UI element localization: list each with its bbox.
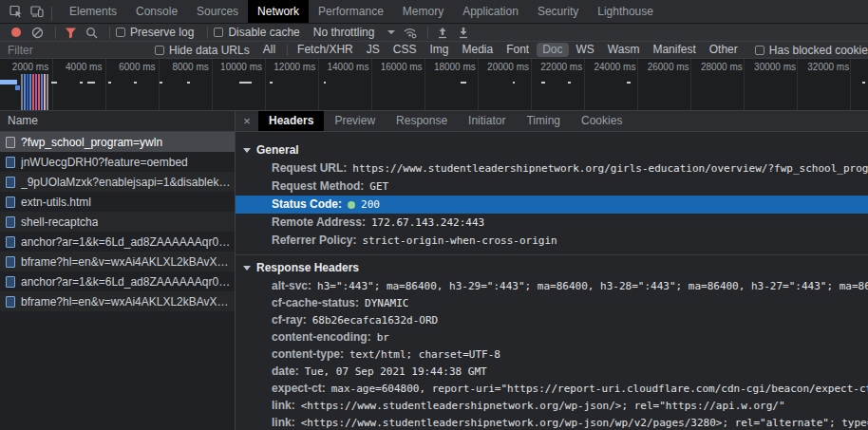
- request-row[interactable]: jnWUecgDRH0?feature=oembed: [0, 152, 235, 172]
- filter-pill-font[interactable]: Font: [500, 43, 535, 57]
- tab-elements[interactable]: Elements: [60, 0, 126, 23]
- record-button[interactable]: [8, 24, 25, 41]
- tab-performance[interactable]: Performance: [309, 0, 393, 23]
- request-row[interactable]: bframe?hl=en&v=wxAi4AKLXL2kBAvXqI4XLSWS&…: [0, 252, 235, 271]
- clear-button[interactable]: [28, 24, 46, 41]
- tab-network[interactable]: Network: [248, 0, 309, 23]
- filter-pill-ws[interactable]: WS: [571, 43, 600, 57]
- network-overview[interactable]: 2000 ms4000 ms6000 ms8000 ms10000 ms1200…: [0, 59, 868, 111]
- filter-toggle-button[interactable]: [62, 24, 79, 41]
- filter-pill-fetch-xhr[interactable]: Fetch/XHR: [292, 43, 359, 57]
- tab-memory[interactable]: Memory: [393, 0, 453, 23]
- response-headers-section-header[interactable]: Response Headers: [236, 259, 868, 277]
- detail-tab-timing[interactable]: Timing: [516, 111, 571, 131]
- header-value: https://www.studentleadershipnetwork.org…: [352, 162, 868, 175]
- tab-console[interactable]: Console: [126, 0, 187, 23]
- header-value: strict-origin-when-cross-origin: [362, 234, 557, 247]
- filter-pill-all[interactable]: All: [257, 43, 281, 57]
- filter-pill-css[interactable]: CSS: [387, 43, 423, 57]
- tabbar-separator: [51, 7, 52, 21]
- pill-separator: [287, 45, 288, 56]
- header-row: Request URL:https://www.studentleadershi…: [236, 159, 868, 178]
- header-row: alt-svc:h3=":443"; ma=86400, h3-29=":443…: [236, 277, 868, 294]
- timeline-label: 22000 ms: [540, 62, 582, 72]
- filter-pill-doc[interactable]: Doc: [537, 43, 568, 57]
- overview-tick: [87, 82, 95, 84]
- search-button[interactable]: [83, 24, 100, 41]
- export-har-button[interactable]: [455, 24, 472, 41]
- general-section-header[interactable]: General: [236, 141, 868, 159]
- checkbox-icon: [214, 28, 223, 37]
- tab-security[interactable]: Security: [528, 0, 588, 23]
- overview-request-bar: [47, 74, 48, 110]
- timeline-label: 10000 ms: [220, 62, 262, 72]
- close-detail-button[interactable]: ×: [236, 111, 258, 131]
- header-key: content-type:: [272, 347, 344, 361]
- filter-pill-other[interactable]: Other: [704, 43, 744, 57]
- network-conditions-button[interactable]: [401, 24, 418, 41]
- device-toolbar-icon[interactable]: [27, 0, 47, 24]
- filter-pill-img[interactable]: Img: [424, 43, 454, 57]
- filter-input[interactable]: [8, 44, 155, 57]
- timeline-label: 18000 ms: [434, 62, 476, 72]
- filter-pill-media[interactable]: Media: [456, 43, 499, 57]
- devtools-tabbar: ElementsConsoleSourcesNetworkPerformance…: [0, 0, 868, 24]
- tab-sources[interactable]: Sources: [187, 0, 248, 23]
- request-name: shell-recaptcha: [21, 215, 98, 229]
- request-row[interactable]: ?fwp_school_program=ywln: [0, 132, 235, 152]
- timeline-label: 16000 ms: [381, 62, 423, 72]
- request-detail-panel: × HeadersPreviewResponseInitiatorTimingC…: [236, 111, 868, 430]
- request-list: ?fwp_school_program=ywlnjnWUecgDRH0?feat…: [0, 132, 235, 430]
- detail-tab-cookies[interactable]: Cookies: [571, 111, 632, 131]
- detail-tab-initiator[interactable]: Initiator: [458, 111, 516, 131]
- overview-request-bar: [35, 74, 37, 110]
- document-icon: [6, 137, 15, 148]
- detail-tab-headers[interactable]: Headers: [258, 111, 324, 131]
- overview-tick: [461, 82, 466, 84]
- import-har-button[interactable]: [434, 24, 451, 41]
- overview-tick: [239, 82, 252, 84]
- header-key: Referrer Policy:: [272, 234, 356, 247]
- tab-lighthouse[interactable]: Lighthouse: [588, 0, 663, 23]
- overview-request-bar: [41, 74, 43, 110]
- request-row[interactable]: _9pUOlaMzxk?enablejsapi=1&disablekb=1&co…: [0, 172, 235, 192]
- collapse-triangle-icon: [243, 148, 251, 153]
- header-row: cf-ray:68b26ecafca1632d-ORD: [236, 311, 868, 328]
- header-key: date:: [272, 365, 299, 378]
- disable-cache-checkbox[interactable]: Disable cache: [214, 26, 299, 39]
- request-row[interactable]: extn-utils.html: [0, 192, 235, 212]
- network-filter-bar: Hide data URLs AllFetch/XHRJSCSSImgMedia…: [0, 42, 868, 59]
- overview-tick: [134, 82, 137, 84]
- inspect-element-icon[interactable]: [6, 0, 27, 24]
- request-name: ?fwp_school_program=ywln: [21, 136, 162, 149]
- hide-data-urls-checkbox[interactable]: Hide data URLs: [155, 44, 250, 57]
- filter-pill-manifest[interactable]: Manifest: [647, 43, 701, 57]
- preserve-log-checkbox[interactable]: Preserve log: [116, 26, 194, 39]
- request-name: bframe?hl=en&v=wxAi4AKLXL2kBAvXqI4XLSWS&…: [21, 295, 231, 308]
- tab-application[interactable]: Application: [453, 0, 528, 23]
- filter-pill-js[interactable]: JS: [361, 43, 386, 57]
- disable-cache-label: Disable cache: [228, 26, 299, 39]
- throttling-select[interactable]: No throttling: [313, 26, 396, 39]
- header-row: expect-ct:max-age=604800, report-uri="ht…: [236, 380, 868, 397]
- request-row[interactable]: bframe?hl=en&v=wxAi4AKLXL2kBAvXqI4XLSWS&…: [0, 291, 235, 311]
- header-row: date:Tue, 07 Sep 2021 19:44:38 GMT: [236, 363, 868, 380]
- overview-request-bar: [32, 74, 34, 110]
- header-key: expect-ct:: [272, 382, 326, 395]
- throttling-value: No throttling: [313, 26, 375, 39]
- header-value: <https://www.studentleadershipnetwork.or…: [301, 417, 868, 429]
- response-headers-rows: alt-svc:h3=":443"; ma=86400, h3-29=":443…: [236, 277, 868, 430]
- detail-tab-response[interactable]: Response: [386, 111, 458, 131]
- request-row[interactable]: shell-recaptcha: [0, 212, 235, 232]
- checkbox-icon: [155, 46, 164, 55]
- name-column-header[interactable]: Name: [0, 111, 235, 132]
- preserve-log-label: Preserve log: [130, 26, 194, 39]
- filter-pill-wasm[interactable]: Wasm: [602, 43, 646, 57]
- filter-checkbox-has-blocked-cookies[interactable]: Has blocked cookies: [755, 44, 868, 57]
- header-row: Referrer Policy:strict-origin-when-cross…: [236, 232, 868, 250]
- request-row[interactable]: anchor?ar=1&k=6Ld_ad8ZAAAAAAqr0ePo1dUfAi…: [0, 271, 235, 291]
- filter-checkbox-group: Has blocked cookiesBlocked Requests3rd-p…: [755, 44, 868, 57]
- timeline-label: 28000 ms: [701, 62, 743, 72]
- detail-tab-preview[interactable]: Preview: [324, 111, 386, 131]
- request-row[interactable]: anchor?ar=1&k=6Ld_ad8ZAAAAAAqr0ePo1dUfAi…: [0, 232, 235, 252]
